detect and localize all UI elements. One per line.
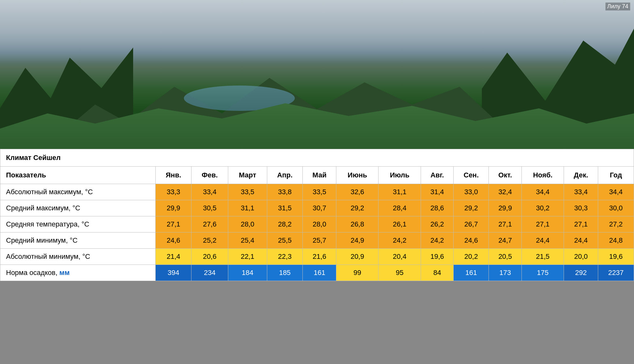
table-title-row: Климат Сейшел <box>0 149 634 167</box>
cell-4-5: 20,9 <box>336 249 378 265</box>
cell-4-9: 20,5 <box>489 249 522 265</box>
cell-2-9: 27,1 <box>489 216 522 233</box>
table-title: Климат Сейшел <box>0 149 634 167</box>
cell-2-7: 26,2 <box>421 216 454 233</box>
table-row: Средняя температура, °C27,127,628,028,22… <box>0 216 634 233</box>
table-row: Средний максимум, °C29,930,531,131,530,7… <box>0 200 634 216</box>
row-label-3: Средний минимум, °C <box>0 233 156 249</box>
cell-4-8: 20,2 <box>454 249 489 265</box>
cell-3-6: 24,2 <box>378 233 421 249</box>
cell-2-10: 27,1 <box>521 216 564 233</box>
cell-2-0: 27,1 <box>156 216 191 233</box>
cell-4-6: 20,4 <box>378 249 421 265</box>
cell-4-1: 20,6 <box>191 249 228 265</box>
cell-3-11: 24,4 <box>564 233 598 249</box>
cell-3-9: 24,7 <box>489 233 522 249</box>
cell-0-5: 32,6 <box>336 184 378 200</box>
col-header-март: Март <box>228 167 267 184</box>
cell-1-0: 29,9 <box>156 200 191 216</box>
cell-1-5: 29,2 <box>336 200 378 216</box>
cell-0-8: 33,0 <box>454 184 489 200</box>
cell-5-4: 161 <box>303 265 336 281</box>
cell-0-11: 33,4 <box>564 184 598 200</box>
cell-0-0: 33,3 <box>156 184 191 200</box>
cell-5-3: 185 <box>267 265 303 281</box>
cell-2-2: 28,0 <box>228 216 267 233</box>
cell-1-2: 31,1 <box>228 200 267 216</box>
cell-3-3: 25,5 <box>267 233 303 249</box>
table-row: Абсолютный минимум, °C21,420,622,122,321… <box>0 249 634 265</box>
cell-1-10: 30,2 <box>521 200 564 216</box>
cell-3-0: 24,6 <box>156 233 191 249</box>
cell-0-2: 33,5 <box>228 184 267 200</box>
cell-4-11: 20,0 <box>564 249 598 265</box>
col-header-indicator: Показатель <box>0 167 156 184</box>
col-header-нояб: Нояб. <box>521 167 564 184</box>
cell-3-5: 24,9 <box>336 233 378 249</box>
cell-3-2: 25,4 <box>228 233 267 249</box>
col-header-июнь: Июнь <box>336 167 378 184</box>
cell-3-4: 25,7 <box>303 233 336 249</box>
cell-0-3: 33,8 <box>267 184 303 200</box>
cell-4-12: 19,6 <box>598 249 634 265</box>
cell-0-1: 33,4 <box>191 184 228 200</box>
cell-2-11: 27,1 <box>564 216 598 233</box>
cell-5-11: 292 <box>564 265 598 281</box>
cell-5-6: 95 <box>378 265 421 281</box>
col-header-фев: Фев. <box>191 167 228 184</box>
cell-3-8: 24,6 <box>454 233 489 249</box>
row-label-0: Абсолютный максимум, °C <box>0 184 156 200</box>
table-row: Абсолютный максимум, °C33,333,433,533,83… <box>0 184 634 200</box>
col-header-авг: Авг. <box>421 167 454 184</box>
cell-3-1: 25,2 <box>191 233 228 249</box>
col-header-окт: Окт. <box>489 167 522 184</box>
climate-table: Климат Сейшел ПоказательЯнв.Фев.МартАпр.… <box>0 149 634 281</box>
row-label-2: Средняя температура, °C <box>0 216 156 233</box>
cell-2-6: 26,1 <box>378 216 421 233</box>
col-header-год: Год <box>598 167 634 184</box>
cell-0-9: 32,4 <box>489 184 522 200</box>
cell-4-4: 21,6 <box>303 249 336 265</box>
row-label-5: Норма осадков, мм <box>0 265 156 281</box>
cell-5-2: 184 <box>228 265 267 281</box>
row-label-1: Средний максимум, °C <box>0 200 156 216</box>
cell-1-1: 30,5 <box>191 200 228 216</box>
landscape-photo <box>0 0 634 149</box>
cell-4-0: 21,4 <box>156 249 191 265</box>
cell-1-7: 28,6 <box>421 200 454 216</box>
cell-5-7: 84 <box>421 265 454 281</box>
climate-table-area: Климат Сейшел ПоказательЯнв.Фев.МартАпр.… <box>0 149 634 281</box>
table-row: Норма осадков, мм39423418418516199958416… <box>0 265 634 281</box>
cell-2-3: 28,2 <box>267 216 303 233</box>
cell-5-9: 173 <box>489 265 522 281</box>
cell-0-12: 34,4 <box>598 184 634 200</box>
cell-0-4: 33,5 <box>303 184 336 200</box>
table-row: Средний минимум, °C24,625,225,425,525,72… <box>0 233 634 249</box>
cell-5-0: 394 <box>156 265 191 281</box>
cell-1-9: 29,9 <box>489 200 522 216</box>
col-header-июль: Июль <box>378 167 421 184</box>
cell-2-1: 27,6 <box>191 216 228 233</box>
cell-3-10: 24,4 <box>521 233 564 249</box>
col-header-янв: Янв. <box>156 167 191 184</box>
cell-1-8: 29,2 <box>454 200 489 216</box>
cell-5-8: 161 <box>454 265 489 281</box>
cell-1-4: 30,7 <box>303 200 336 216</box>
cell-1-12: 30,0 <box>598 200 634 216</box>
col-header-дек: Дек. <box>564 167 598 184</box>
cell-1-6: 28,4 <box>378 200 421 216</box>
cell-5-12: 2237 <box>598 265 634 281</box>
cell-0-7: 31,4 <box>421 184 454 200</box>
cell-4-10: 21,5 <box>521 249 564 265</box>
cell-0-6: 31,1 <box>378 184 421 200</box>
cell-0-10: 34,4 <box>521 184 564 200</box>
cell-4-2: 22,1 <box>228 249 267 265</box>
col-header-апр: Апр. <box>267 167 303 184</box>
cell-3-7: 24,2 <box>421 233 454 249</box>
col-header-май: Май <box>303 167 336 184</box>
cell-5-1: 234 <box>191 265 228 281</box>
cell-3-12: 24,8 <box>598 233 634 249</box>
cell-2-12: 27,2 <box>598 216 634 233</box>
cell-1-3: 31,5 <box>267 200 303 216</box>
cell-4-7: 19,6 <box>421 249 454 265</box>
